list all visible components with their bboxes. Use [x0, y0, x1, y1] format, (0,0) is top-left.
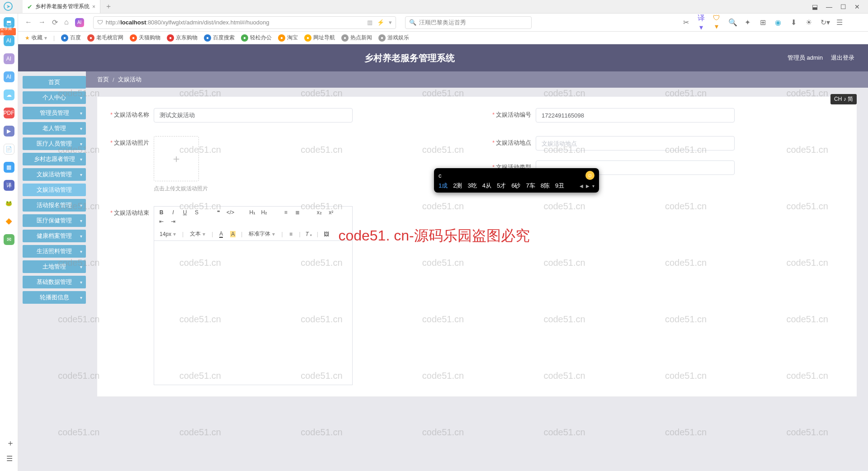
bookmark-item[interactable]: ●百度搜索 [204, 34, 235, 42]
lightning-icon[interactable]: ⚡ [377, 19, 384, 26]
editor-code-icon[interactable]: </> [226, 209, 234, 216]
dock-icon[interactable]: PDF [4, 108, 14, 118]
dock-icon[interactable]: 译 [4, 180, 14, 191]
browser-tab[interactable]: ✔ 乡村养老服务管理系统 × [23, 0, 100, 13]
ime-candidate[interactable]: 1成 [439, 182, 448, 190]
ime-emoji-icon[interactable]: ☺ [585, 171, 594, 180]
login-tag[interactable]: 登录账号 [0, 28, 16, 35]
editor-ol-icon[interactable]: ≡ [282, 209, 289, 216]
editor-align-icon[interactable]: ≡ [288, 231, 295, 237]
breadcrumb-home[interactable]: 首页 [97, 75, 109, 84]
editor-bgcolor-icon[interactable]: A [229, 231, 236, 237]
bookmark-item[interactable]: ●淘宝 [278, 34, 298, 42]
sidebar-item-volunteer[interactable]: 乡村志愿者管理▾ [23, 153, 86, 165]
photo-upload-box[interactable]: ＋ [154, 136, 199, 181]
sidebar-item-admin[interactable]: 管理员管理▾ [23, 107, 86, 119]
editor-image-icon[interactable]: 🖼 [323, 231, 330, 237]
sidebar-item-land[interactable]: 土地管理▾ [23, 260, 86, 273]
favorites-button[interactable]: ★ 收藏 ▾ [25, 34, 47, 42]
editor-outdent-icon[interactable]: ⇥ [170, 218, 177, 225]
editor-clear-icon[interactable]: Tₓ [305, 231, 312, 237]
editor-strike-icon[interactable]: S [193, 209, 200, 216]
bookmark-item[interactable]: ●游戏娱乐 [378, 34, 409, 42]
ime-candidate[interactable]: 3吃 [467, 182, 476, 190]
bookmark-item[interactable]: ●京东购物 [167, 34, 198, 42]
bookmark-item[interactable]: ●百度 [61, 34, 81, 42]
window-dock-icon[interactable]: ⬓ [812, 3, 818, 10]
ime-more-icon[interactable]: ▾ [592, 184, 594, 188]
download-icon[interactable]: ⬇ [790, 18, 797, 27]
bookmark-item[interactable]: ●老毛桃官网 [87, 34, 123, 42]
refresh-alt-icon[interactable]: ↻▾ [821, 18, 828, 27]
tab-close-icon[interactable]: × [92, 4, 95, 10]
nav-forward-icon[interactable]: → [38, 18, 46, 27]
search-tool-icon[interactable]: 🔍 [728, 18, 736, 27]
dock-icon[interactable]: 🔶 [4, 216, 14, 227]
editor-sub-icon[interactable]: x₂ [316, 209, 323, 216]
shield-icon[interactable]: 🛡▾ [713, 14, 720, 31]
sidebar-subitem-activity[interactable]: 文娱活动管理 [23, 184, 86, 196]
ime-next-icon[interactable]: ▶ [586, 184, 590, 188]
activity-location-input[interactable] [536, 136, 735, 151]
dock-icon[interactable]: 📄 [4, 144, 14, 155]
editor-h1-icon[interactable]: H₁ [249, 209, 256, 216]
window-maximize-icon[interactable]: ☐ [840, 3, 846, 10]
window-close-icon[interactable]: ✕ [854, 3, 860, 10]
sidebar-item-basedata[interactable]: 基础数据管理▾ [23, 276, 86, 288]
sidebar-item-carousel[interactable]: 轮播图信息▾ [23, 291, 86, 304]
activity-code-input[interactable] [536, 108, 735, 122]
editor-h2-icon[interactable]: H₂ [260, 209, 268, 216]
url-bar[interactable]: 🛡 http://localhost:8080/xylfwglxt/admin/… [93, 16, 396, 29]
sidebar-item-activity[interactable]: 文娱活动管理▾ [23, 168, 86, 181]
editor-block-select[interactable]: 文本 ▾ [188, 230, 207, 238]
editor-quote-icon[interactable]: ❝ [215, 209, 222, 216]
dock-icon[interactable]: ▦ [4, 162, 14, 173]
editor-font-select[interactable]: 标准字体 ▾ [247, 230, 277, 238]
editor-bold-icon[interactable]: B [158, 209, 165, 216]
dock-icon[interactable]: ☁ [4, 89, 14, 100]
logout-link[interactable]: 退出登录 [831, 54, 854, 62]
menu-icon[interactable]: ☰ [836, 18, 843, 27]
site-security-icon[interactable]: 🛡 [97, 19, 103, 26]
dock-icon[interactable]: 🐸 [4, 198, 14, 209]
ime-indicator[interactable]: CH ♪ 简 [830, 94, 857, 104]
sidebar-item-medical[interactable]: 医疗人员管理▾ [23, 137, 86, 150]
dock-icon[interactable]: ▶ [4, 126, 14, 137]
apps-icon[interactable]: ⊞ [759, 18, 766, 27]
nav-back-icon[interactable]: ← [25, 18, 32, 27]
nav-home-icon[interactable]: ⌂ [64, 18, 69, 27]
dock-menu-icon[interactable]: ☰ [6, 454, 13, 463]
dock-add-icon[interactable]: ＋ [6, 438, 14, 448]
dock-icon[interactable]: AI [4, 71, 14, 82]
chevron-down-icon[interactable]: ▾ [389, 19, 392, 26]
dock-icon[interactable]: AI [4, 53, 14, 64]
bookmark-item[interactable]: ●热点新闻 [341, 34, 372, 42]
editor-body[interactable] [154, 240, 353, 385]
nav-reload-icon[interactable]: ⟳ [52, 18, 58, 27]
ime-candidate[interactable]: 7车 [526, 182, 535, 190]
editor-sup-icon[interactable]: x² [327, 209, 335, 216]
ime-candidate[interactable]: 9丑 [555, 182, 564, 190]
ime-candidate[interactable]: 4从 [482, 182, 491, 190]
editor-indent-icon[interactable]: ⇤ [158, 218, 165, 225]
bookmark-item[interactable]: ●轻松办公 [241, 34, 272, 42]
sidebar-item-signup[interactable]: 活动报名管理▾ [23, 199, 86, 212]
editor-fontsize-select[interactable]: 14px ▾ [158, 231, 178, 237]
puzzle-icon[interactable]: ✦ [744, 18, 751, 27]
window-minimize-icon[interactable]: — [826, 3, 832, 10]
editor-italic-icon[interactable]: I [170, 209, 177, 216]
sidebar-item-records[interactable]: 健康档案管理▾ [23, 230, 86, 242]
browser-search-input[interactable]: 🔍 汪顺巴黎奥运首秀 [405, 16, 532, 29]
bookmark-item[interactable]: ●天猫购物 [130, 34, 160, 42]
settings-gear-icon[interactable]: ☀ [805, 18, 812, 27]
sidebar-item-home[interactable]: 首页 [23, 76, 86, 89]
ime-candidate[interactable]: 5才 [497, 182, 506, 190]
bookmark-item[interactable]: ●网址导航 [304, 34, 335, 42]
ime-candidate[interactable]: 8陈 [541, 182, 550, 190]
ime-prev-icon[interactable]: ◀ [580, 184, 583, 188]
editor-color-icon[interactable]: A [217, 231, 225, 238]
qr-icon[interactable]: ▥ [367, 19, 373, 26]
sidebar-item-lifecare[interactable]: 生活照料管理▾ [23, 245, 86, 258]
sidebar-item-profile[interactable]: 个人中心▾ [23, 91, 86, 104]
scissors-icon[interactable]: ✂ [682, 18, 689, 27]
